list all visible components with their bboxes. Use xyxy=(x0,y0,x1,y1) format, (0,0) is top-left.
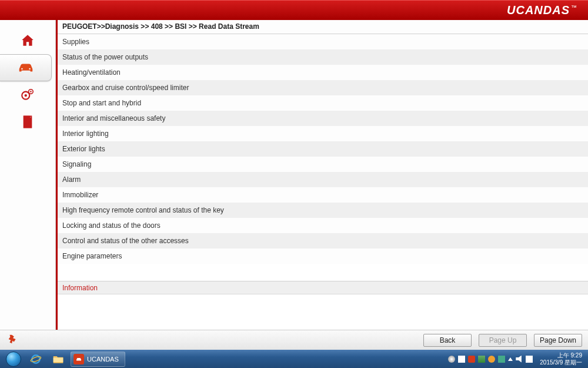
start-button[interactable] xyxy=(2,351,25,367)
list-item[interactable]: Interior and miscellaneous safety xyxy=(58,111,588,126)
info-section: Information xyxy=(58,281,588,330)
clock-time: 上午 9:29 xyxy=(540,352,582,359)
clock-date: 2015/3/9 星期一 xyxy=(540,359,582,366)
sidebar xyxy=(0,20,56,330)
info-header: Information xyxy=(58,281,588,294)
list-item[interactable]: Exterior lights xyxy=(58,141,588,157)
taskbar-clock[interactable]: 上午 9:29 2015/3/9 星期一 xyxy=(536,352,586,366)
svg-point-0 xyxy=(21,68,22,69)
tray-network-icon xyxy=(478,356,485,363)
svg-point-8 xyxy=(30,355,42,363)
list-item[interactable]: Alarm xyxy=(58,172,588,187)
tray-update-icon xyxy=(488,356,495,363)
taskbar-app-ucandas[interactable]: UCANDAS xyxy=(71,352,125,367)
brand-text: UCANDAS xyxy=(507,4,570,16)
header-bar: UCANDAS™ xyxy=(0,0,588,20)
list-item[interactable]: Status of the power outputs xyxy=(58,49,588,65)
sidebar-item-settings[interactable] xyxy=(0,81,55,108)
footer-left xyxy=(6,333,423,348)
tray-usb-icon xyxy=(498,356,505,363)
page-up-button[interactable]: Page Up xyxy=(479,334,527,347)
trademark-symbol: ™ xyxy=(571,4,577,11)
app-badge-icon xyxy=(74,354,84,364)
info-body xyxy=(58,294,588,330)
tray-icon xyxy=(448,356,455,363)
sidebar-item-report[interactable] xyxy=(0,108,55,135)
tray-chevron-icon xyxy=(508,357,513,361)
page-down-button[interactable]: Page Down xyxy=(534,334,582,347)
list-item[interactable]: Control and status of the other accesses xyxy=(58,233,588,248)
taskbar: UCANDAS 上午 9:29 2015/3/9 星期一 xyxy=(0,350,588,368)
list-item[interactable]: Stop and start and hybrid xyxy=(58,95,588,111)
sidebar-item-home[interactable] xyxy=(0,27,55,54)
breadcrumb: PEUGOET>>Diagnosis >> 408 >> BSI >> Read… xyxy=(58,20,588,34)
list-item[interactable]: Heating/ventilation xyxy=(58,65,588,80)
tray-shield-icon xyxy=(468,356,475,363)
content-row: PEUGOET>>Diagnosis >> 408 >> BSI >> Read… xyxy=(0,20,588,330)
taskbar-app-label: UCANDAS xyxy=(87,356,119,363)
brand-logo: UCANDAS™ xyxy=(507,4,577,17)
taskbar-ie[interactable] xyxy=(25,352,46,367)
tray-flag-icon xyxy=(458,356,465,363)
main-panel: PEUGOET>>Diagnosis >> 408 >> BSI >> Read… xyxy=(56,20,588,330)
car-icon xyxy=(17,60,35,75)
list-item[interactable]: Immobilizer xyxy=(58,187,588,203)
back-button[interactable]: Back xyxy=(423,334,472,347)
data-stream-list: Supplies Status of the power outputs Hea… xyxy=(58,34,588,281)
tray-icons[interactable] xyxy=(448,356,533,363)
app-window: UCANDAS™ xyxy=(0,0,588,350)
footer-bar: Back Page Up Page Down xyxy=(0,330,588,350)
taskbar-explorer[interactable] xyxy=(48,352,69,367)
windows-orb-icon xyxy=(6,352,21,367)
list-item[interactable]: Gearbox and cruise control/speed limiter xyxy=(58,80,588,95)
system-tray: 上午 9:29 2015/3/9 星期一 xyxy=(448,352,586,366)
list-item[interactable]: Supplies xyxy=(58,34,588,49)
sidebar-item-vehicle[interactable] xyxy=(0,54,52,81)
tray-volume-icon xyxy=(516,356,523,363)
home-icon xyxy=(19,33,36,48)
list-item[interactable]: Locking and status of the doors xyxy=(58,218,588,233)
folder-icon xyxy=(52,354,64,364)
gears-icon xyxy=(19,87,36,102)
svg-point-3 xyxy=(25,94,27,97)
list-item[interactable]: Interior lighting xyxy=(58,126,588,141)
list-item[interactable]: Engine parameters xyxy=(58,248,588,264)
list-item[interactable]: High frequency remote control and status… xyxy=(58,203,588,218)
ie-icon xyxy=(30,353,42,365)
list-item[interactable]: Signaling xyxy=(58,157,588,172)
footer-buttons: Back Page Up Page Down xyxy=(423,334,582,347)
report-icon xyxy=(19,114,36,130)
exit-icon[interactable] xyxy=(6,333,20,348)
tray-lang-icon xyxy=(526,356,533,363)
svg-point-5 xyxy=(30,91,32,92)
svg-point-1 xyxy=(29,68,30,69)
